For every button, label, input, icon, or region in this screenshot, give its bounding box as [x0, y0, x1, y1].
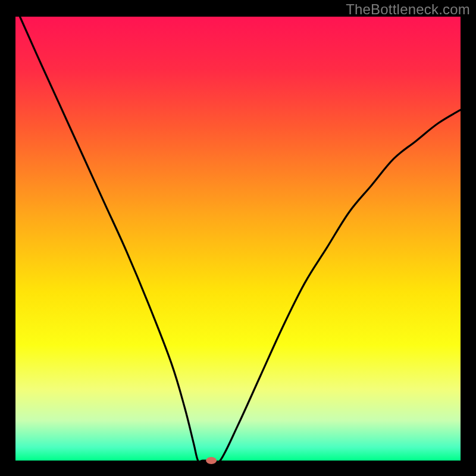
optimal-point-marker	[206, 457, 217, 464]
chart-frame: TheBottleneck.com	[0, 0, 476, 476]
plot-background	[15, 17, 461, 461]
bottleneck-chart	[0, 0, 476, 476]
watermark-text: TheBottleneck.com	[346, 1, 470, 18]
